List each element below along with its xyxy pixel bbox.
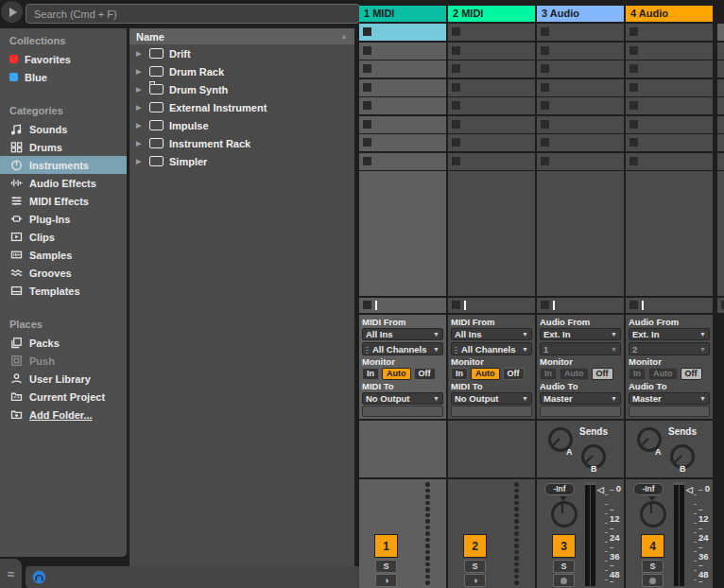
list-item[interactable]: ▶ External Instrument bbox=[129, 98, 354, 116]
sidebar-item-templates[interactable]: Templates bbox=[0, 282, 127, 300]
sidebar-item-clips[interactable]: Clips bbox=[0, 228, 127, 246]
sidebar-item-sounds[interactable]: Sounds bbox=[0, 120, 127, 138]
clip-slot[interactable] bbox=[626, 61, 713, 78]
arm-button[interactable] bbox=[642, 574, 664, 587]
clip-slot[interactable] bbox=[537, 61, 624, 78]
volume-display[interactable]: -Inf bbox=[633, 483, 664, 495]
clip-drop-area[interactable] bbox=[626, 171, 713, 296]
monitor-auto-button[interactable]: Auto bbox=[648, 368, 678, 380]
sidebar-item-audio-effects[interactable]: Audio Effects bbox=[0, 174, 127, 192]
track-header[interactable]: 4 Audio bbox=[626, 6, 713, 22]
sidebar-item-packs[interactable]: Packs bbox=[0, 334, 127, 352]
sidebar-item-instruments[interactable]: Instruments bbox=[0, 156, 127, 174]
volume-display[interactable]: -Inf bbox=[544, 483, 575, 495]
clip-slot[interactable] bbox=[359, 116, 446, 133]
volume-knob[interactable] bbox=[551, 501, 577, 527]
monitor-off-button[interactable]: Off bbox=[414, 368, 436, 380]
clip-slot[interactable] bbox=[626, 97, 713, 114]
sidebar-item-plug-ins[interactable]: Plug-Ins bbox=[0, 210, 127, 228]
midi-channel-dropdown[interactable]: All Channels▼ bbox=[451, 342, 532, 355]
sidebar-item-samples[interactable]: Samples bbox=[0, 246, 127, 264]
audio-from-dropdown[interactable]: Ext. In▼ bbox=[540, 328, 621, 340]
clip-slot[interactable] bbox=[359, 61, 446, 78]
track-status-display[interactable] bbox=[626, 298, 713, 313]
list-header-name[interactable]: Name ▲ bbox=[129, 28, 354, 44]
monitor-in-button[interactable]: In bbox=[629, 368, 646, 380]
arm-button[interactable]: ◑ bbox=[375, 574, 397, 587]
sidebar-item-user-library[interactable]: User Library bbox=[0, 370, 127, 388]
sidebar-item-drums[interactable]: Drums bbox=[0, 138, 127, 156]
headphones-icon[interactable] bbox=[32, 570, 46, 584]
midi-from-dropdown[interactable]: All Ins▼ bbox=[362, 328, 443, 340]
clip-slot[interactable] bbox=[537, 134, 624, 151]
clip-slot[interactable] bbox=[626, 134, 713, 151]
solo-button[interactable]: S bbox=[375, 560, 397, 573]
track-status-display[interactable] bbox=[359, 298, 446, 313]
monitor-auto-button[interactable]: Auto bbox=[471, 368, 500, 380]
list-item[interactable]: ▶ Instrument Rack bbox=[129, 134, 354, 152]
groove-pool-button[interactable]: ≈ bbox=[0, 559, 22, 588]
list-item[interactable]: ▶ Simpler bbox=[129, 152, 354, 170]
clip-slot[interactable] bbox=[448, 43, 535, 60]
sidebar-item-midi-effects[interactable]: MIDI Effects bbox=[0, 192, 127, 210]
clip-slot[interactable] bbox=[448, 97, 535, 114]
monitor-in-button[interactable]: In bbox=[540, 368, 557, 380]
clip-slot[interactable] bbox=[448, 61, 535, 78]
clip-slot[interactable] bbox=[626, 153, 713, 170]
clip-drop-area[interactable] bbox=[448, 171, 535, 296]
sidebar-item-grooves[interactable]: Grooves bbox=[0, 264, 127, 282]
clip-slot[interactable] bbox=[626, 43, 713, 60]
clip-slot[interactable] bbox=[359, 153, 446, 170]
list-item[interactable]: ▶ Drift bbox=[129, 44, 354, 62]
clip-slot[interactable] bbox=[359, 79, 446, 96]
track-status-display[interactable] bbox=[537, 298, 624, 313]
track-header[interactable]: 2 MIDI bbox=[448, 6, 535, 22]
disclosure-triangle-icon[interactable]: ▶ bbox=[136, 68, 144, 76]
audio-from-dropdown[interactable]: Ext. In▼ bbox=[629, 328, 710, 340]
clip-slot[interactable] bbox=[359, 134, 446, 151]
clip-slot[interactable] bbox=[537, 24, 624, 41]
volume-knob[interactable] bbox=[640, 501, 666, 527]
clip-slot[interactable] bbox=[359, 97, 446, 114]
clip-slot[interactable] bbox=[448, 153, 535, 170]
clip-slot[interactable] bbox=[537, 116, 624, 133]
clip-drop-area[interactable] bbox=[359, 171, 446, 296]
sidebar-item-push[interactable]: Push bbox=[0, 352, 127, 370]
solo-button[interactable]: S bbox=[464, 560, 486, 573]
sidebar-item-current-project[interactable]: Current Project bbox=[0, 388, 127, 406]
monitor-off-button[interactable]: Off bbox=[503, 368, 525, 380]
track-status-display[interactable] bbox=[448, 298, 535, 313]
clip-drop-area[interactable] bbox=[537, 171, 624, 296]
clip-slot[interactable] bbox=[448, 134, 535, 151]
monitor-auto-button[interactable]: Auto bbox=[560, 368, 589, 380]
clip-slot[interactable] bbox=[448, 79, 535, 96]
audio-channel-dropdown[interactable]: 2▼ bbox=[629, 342, 710, 355]
track-activator-button[interactable]: 4 bbox=[641, 534, 664, 558]
list-item[interactable]: ▶ Drum Rack bbox=[129, 62, 354, 80]
disclosure-triangle-icon[interactable]: ▶ bbox=[136, 104, 144, 112]
midi-from-dropdown[interactable]: All Ins▼ bbox=[451, 328, 532, 340]
disclosure-triangle-icon[interactable]: ▶ bbox=[136, 50, 144, 58]
audio-to-dropdown[interactable]: Master▼ bbox=[629, 392, 710, 405]
clip-slot[interactable] bbox=[626, 79, 713, 96]
solo-button[interactable]: S bbox=[642, 560, 664, 573]
monitor-in-button[interactable]: In bbox=[451, 368, 468, 380]
list-item[interactable]: ▶ Drum Synth bbox=[129, 80, 354, 98]
search-input[interactable] bbox=[26, 4, 360, 24]
monitor-in-button[interactable]: In bbox=[362, 368, 379, 380]
track-activator-button[interactable]: 1 bbox=[374, 534, 398, 558]
monitor-off-button[interactable]: Off bbox=[681, 368, 702, 380]
solo-button[interactable]: S bbox=[553, 560, 575, 573]
arm-button[interactable]: ◑ bbox=[464, 574, 486, 587]
disclosure-triangle-icon[interactable]: ▶ bbox=[136, 86, 144, 94]
track-header[interactable]: 3 Audio bbox=[537, 6, 624, 22]
midi-to-dropdown[interactable]: No Output▼ bbox=[362, 392, 443, 405]
track-activator-button[interactable]: 2 bbox=[463, 534, 487, 558]
clip-slot[interactable] bbox=[537, 97, 624, 114]
disclosure-triangle-icon[interactable]: ▶ bbox=[136, 140, 144, 147]
monitor-off-button[interactable]: Off bbox=[592, 368, 613, 380]
disclosure-triangle-icon[interactable]: ▶ bbox=[136, 158, 144, 165]
sidebar-item-add-folder[interactable]: Add Folder... bbox=[0, 406, 127, 424]
audio-to-dropdown[interactable]: Master▼ bbox=[540, 392, 621, 405]
clip-slot[interactable] bbox=[626, 116, 713, 133]
